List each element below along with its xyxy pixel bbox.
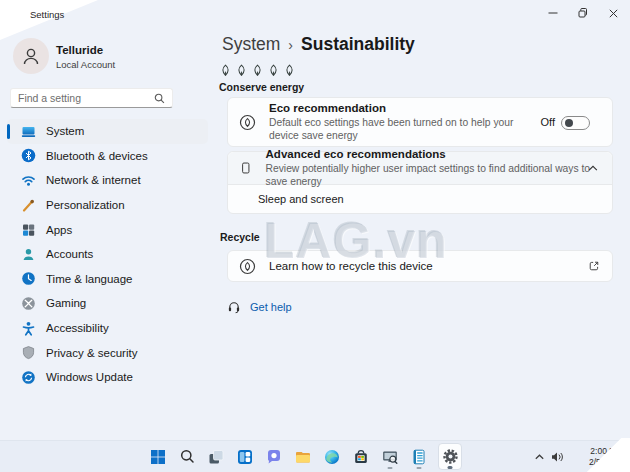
sidebar-item-privacy-security[interactable]: Privacy & security: [7, 340, 208, 365]
wifi-icon: [21, 173, 36, 188]
search-input[interactable]: Find a setting: [10, 88, 173, 108]
restore-button[interactable]: [568, 0, 598, 26]
widgets-icon: [237, 449, 253, 465]
leaf-icon: [283, 64, 296, 77]
leaf-icon: [267, 64, 280, 77]
sidebar-item-accounts[interactable]: Accounts: [7, 242, 208, 267]
sidebar-item-label: Privacy & security: [46, 347, 137, 359]
window-controls: [538, 0, 628, 26]
eco-card-description: Default eco settings have been turned on…: [269, 116, 541, 143]
eco-card-title: Eco recommendation: [269, 102, 541, 114]
sidebar-item-accessibility[interactable]: Accessibility: [7, 316, 208, 341]
taskbar: 2:00 PM 2/5/2023: [0, 440, 630, 472]
breadcrumb-separator: ›: [288, 37, 293, 53]
sidebar-item-label: Personalization: [46, 199, 125, 211]
conserve-energy-label: Conserve energy: [219, 81, 304, 93]
sidebar-item-label: Bluetooth & devices: [46, 150, 148, 162]
store-button[interactable]: [351, 443, 371, 470]
windows-logo-icon: [150, 449, 166, 465]
eco-leaves-rating: [219, 64, 296, 77]
window-title: Settings: [30, 9, 64, 20]
sidebar-item-personalization[interactable]: Personalization: [7, 193, 208, 218]
minimize-icon: [548, 8, 558, 18]
close-button[interactable]: [598, 0, 628, 26]
advanced-eco-title: Advanced eco recommendations: [266, 148, 612, 160]
sidebar-item-windows-update[interactable]: Windows Update: [7, 365, 208, 390]
avatar[interactable]: [13, 38, 49, 74]
task-view-icon: [208, 449, 224, 465]
device-icon: [239, 160, 253, 176]
search-icon: [180, 449, 195, 464]
apps-grid-icon: [21, 222, 36, 237]
recycle-card[interactable]: Learn how to recycle this device: [227, 250, 613, 282]
edge-button[interactable]: [322, 443, 342, 470]
speaker-icon: [551, 451, 564, 463]
breadcrumb-system[interactable]: System: [222, 34, 280, 55]
sidebar-item-label: Apps: [46, 224, 72, 236]
volume-button[interactable]: [548, 444, 566, 470]
sidebar-item-network-internet[interactable]: Network & internet: [7, 168, 208, 193]
taskbar-search-button[interactable]: [177, 443, 197, 470]
chat-button[interactable]: [264, 443, 284, 470]
sidebar-nav: System Bluetooth & devices Network & int…: [0, 119, 220, 390]
sidebar-item-label: Time & language: [46, 273, 133, 285]
start-button[interactable]: [148, 443, 168, 470]
minimize-button[interactable]: [538, 0, 568, 26]
notes-icon: [411, 449, 427, 465]
recycle-link-label: Learn how to recycle this device: [269, 260, 433, 272]
settings-window: Settings Telluride Local Account Find a …: [0, 0, 630, 472]
update-icon: [21, 370, 36, 385]
corner-artifact-top-left: [0, 0, 98, 40]
get-help-link[interactable]: Get help: [227, 300, 292, 314]
accessibility-person-icon: [21, 321, 36, 336]
paintbrush-icon: [21, 198, 36, 213]
external-link-icon: [588, 260, 600, 272]
chevron-up-icon: [535, 454, 544, 460]
bluetooth-icon: [21, 148, 36, 163]
recycle-section-label: Recycle: [220, 231, 260, 243]
toggle-state-label: Off: [541, 116, 555, 128]
sidebar-item-label: Network & internet: [46, 174, 141, 186]
advanced-eco-description: Review potentially higher user impact se…: [266, 162, 612, 189]
gear-icon: [442, 448, 459, 465]
sidebar-item-apps[interactable]: Apps: [7, 217, 208, 242]
person-icon: [21, 46, 41, 66]
user-name: Telluride: [56, 44, 103, 56]
account-type: Local Account: [56, 59, 115, 70]
notes-app-button[interactable]: [409, 443, 429, 470]
sidebar-item-label: System: [46, 125, 84, 137]
sidebar-item-label: Gaming: [46, 297, 86, 309]
search-placeholder: Find a setting: [18, 92, 81, 104]
eco-toggle[interactable]: [561, 116, 590, 130]
sidebar-item-label: Windows Update: [46, 371, 133, 383]
leaf-icon: [235, 64, 248, 77]
file-explorer-button[interactable]: [293, 443, 313, 470]
advanced-eco-header[interactable]: Advanced eco recommendations Review pote…: [228, 152, 612, 185]
clock-globe-icon: [21, 271, 36, 286]
sleep-and-screen-row[interactable]: Sleep and screen: [228, 185, 612, 213]
system-icon: [21, 124, 36, 139]
breadcrumb: System › Sustainability: [222, 34, 415, 55]
widgets-button[interactable]: [235, 443, 255, 470]
store-icon: [353, 449, 369, 465]
sidebar-item-label: Accessibility: [46, 322, 109, 334]
shield-icon: [21, 345, 36, 360]
tray-chevron-button[interactable]: [530, 444, 548, 470]
advanced-eco-card: Advanced eco recommendations Review pote…: [227, 151, 613, 214]
toggle-knob: [565, 119, 573, 127]
sidebar-item-label: Accounts: [46, 248, 93, 260]
edge-icon: [324, 449, 340, 465]
folder-icon: [295, 449, 311, 465]
sidebar-item-gaming[interactable]: Gaming: [7, 291, 208, 316]
chevron-up-icon[interactable]: [587, 163, 599, 173]
screen-capture-app-button[interactable]: [380, 443, 400, 470]
headset-help-icon: [227, 300, 241, 314]
settings-app-button[interactable]: [438, 443, 462, 470]
xbox-icon: [21, 296, 36, 311]
close-icon: [609, 9, 618, 18]
sidebar-item-time-language[interactable]: Time & language: [7, 267, 208, 292]
sidebar-item-bluetooth-devices[interactable]: Bluetooth & devices: [7, 144, 208, 169]
task-view-button[interactable]: [206, 443, 226, 470]
sidebar-item-system[interactable]: System: [7, 119, 208, 144]
accounts-person-icon: [21, 247, 36, 262]
